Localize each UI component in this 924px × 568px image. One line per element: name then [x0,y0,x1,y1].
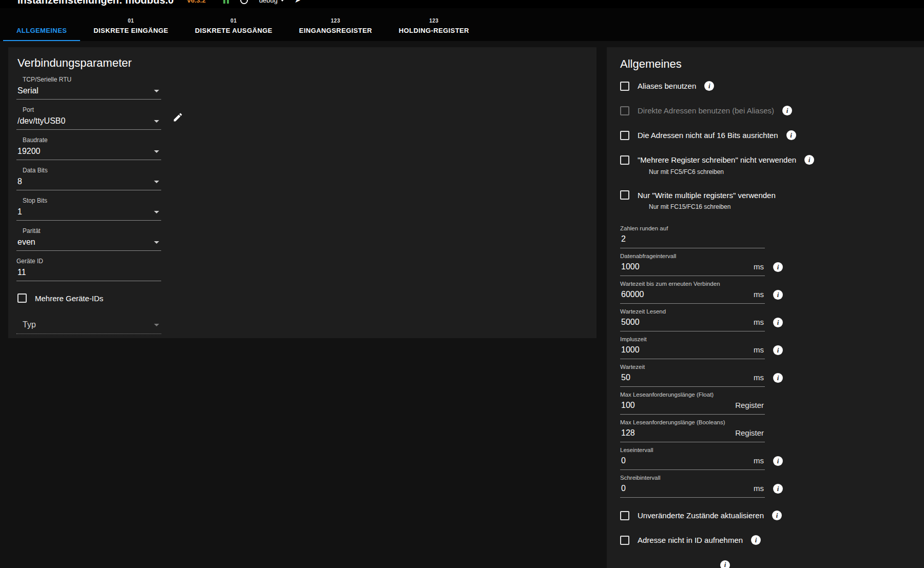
field-value: 2 [621,234,626,244]
field-value: 5000 [621,318,640,327]
checkbox [620,106,629,115]
field-label: Datenabfrageintervall [620,253,765,259]
checkbox-unveraenderte-zustaende[interactable]: Unveränderte Zustände aktualisieren i [620,511,924,520]
tab-label: DISKRETE AUSGÄNGE [195,27,273,34]
input-wartezeit-lesend[interactable]: Wartezeit Lesend 5000ms [620,308,765,331]
input-schreibintervall[interactable]: Schreibintervall 0ms [620,475,765,498]
expand-arrow-icon[interactable]: ➤ [295,0,301,4]
field-value: Typ [23,320,36,329]
checkbox-adresse-nicht-in-id[interactable]: Adresse nicht in ID aufnehmen i [620,535,924,545]
input-impluszeit[interactable]: Impluszeit 1000ms [620,336,765,359]
info-icon[interactable]: i [773,345,783,355]
checkbox-nur-write-multiple-registers[interactable]: Nur "Write multiple registers" verwenden [620,190,924,200]
field-value: Serial [17,86,38,95]
info-icon[interactable]: i [773,262,783,272]
input-geraete-id[interactable]: Geräte ID 11 [16,258,161,281]
tab-eingangsregister[interactable]: 123 EINGANGSREGISTER [286,8,386,41]
window-titlebar: Instanzeinstellungen: modbus.0 v6.3.2 de… [0,0,924,8]
field-label: Wartezeit Lesend [620,308,765,315]
input-max-leseanforderung-booleans[interactable]: Max Leseanforderungslänge (Booleans) 128… [620,419,765,442]
field-value: 0 [621,484,626,493]
field-label: Port [23,106,161,113]
info-icon[interactable]: i [773,290,783,300]
checkbox-mehrere-geraete-ids[interactable]: Mehrere Geräte-IDs [17,293,596,303]
tab-badge: 123 [331,18,340,25]
checkbox[interactable] [620,155,629,165]
tab-badge: 01 [128,18,134,25]
field-value: 19200 [17,147,41,156]
checkbox[interactable] [17,293,27,303]
edit-pencil-icon[interactable] [172,112,183,125]
info-icon[interactable]: i [773,318,783,327]
field-label: Zahlen runden auf [620,225,765,231]
info-icon[interactable]: i [804,155,814,165]
tab-label: HOLDING-REGISTER [399,27,469,34]
info-icon[interactable]: i [720,560,730,568]
checkbox-label: Unveränderte Zustände aktualisieren [638,511,764,520]
dropdown-arrow-icon [154,324,159,326]
checkbox[interactable] [620,511,629,520]
checkbox-direkte-adressen: Direkte Adressen benutzen (bei Aliases) … [620,106,924,115]
info-icon[interactable]: i [772,511,782,520]
input-leseintervall[interactable]: Leseintervall 0ms [620,447,765,470]
info-icon[interactable]: i [786,130,796,140]
select-paritaet[interactable]: Parität even [16,227,161,251]
field-value: 8 [17,177,22,186]
field-label: Parität [23,227,161,234]
info-icon[interactable]: i [773,373,783,383]
field-suffix: Register [735,428,764,437]
field-value: 60000 [621,290,644,299]
field-suffix: ms [754,262,764,271]
field-label: Wartezeit bis zum erneuten Verbinden [620,281,765,287]
tab-label: DISKRETE EINGÄNGE [93,27,168,34]
info-icon[interactable]: i [704,81,714,91]
field-value: 128 [621,428,635,438]
field-value: 1 [17,207,22,217]
input-wartezeit[interactable]: Wartezeit 50ms [620,364,765,387]
checkbox-adressen-nicht-16bit[interactable]: Die Adressen nicht auf 16 Bits ausrichte… [620,130,924,140]
checkbox[interactable] [620,190,629,200]
info-icon[interactable]: i [773,456,783,466]
checkbox-mehrere-register-nicht-verwenden[interactable]: "Mehrere Register schreiben" nicht verwe… [620,155,924,165]
field-label: Leseintervall [620,447,765,453]
field-suffix: ms [754,484,764,493]
checkbox-label: Adresse nicht in ID aufnehmen [638,536,743,544]
select-tcp-serial[interactable]: TCP/Serielle RTU Serial [16,76,161,100]
tab-label: ALLGEMEINES [16,27,67,34]
info-icon[interactable]: i [751,535,761,545]
schedule-icon[interactable] [240,0,248,4]
dropdown-arrow-icon [154,150,159,153]
tab-holding-register[interactable]: 123 HOLDING-REGISTER [386,8,483,41]
tab-diskrete-eingaenge[interactable]: 01 DISKRETE EINGÄNGE [80,8,181,41]
field-label: Baudrate [23,136,161,144]
checkbox[interactable] [620,82,629,91]
select-data-bits[interactable]: Data Bits 8 [16,167,161,190]
dropdown-arrow-icon [154,90,159,92]
field-value: 11 [17,268,26,277]
dropdown-arrow-icon [154,120,159,123]
field-label: Impluszeit [620,336,765,342]
checkbox-label: Direkte Adressen benutzen (bei Aliases) [638,106,774,115]
input-wartezeit-erneut-verbinden[interactable]: Wartezeit bis zum erneuten Verbinden 600… [620,281,765,304]
field-label: Max Leseanforderungslänge (Booleans) [620,419,765,425]
tab-diskrete-ausgaenge[interactable]: 01 DISKRETE AUSGÄNGE [182,8,286,41]
log-level-select[interactable]: debug [259,0,278,4]
info-icon[interactable]: i [773,484,783,494]
checkbox[interactable] [620,536,629,545]
field-suffix: ms [754,456,764,465]
checkbox[interactable] [620,131,629,140]
field-value: 100 [621,401,635,410]
select-stop-bits[interactable]: Stop Bits 1 [16,197,161,221]
checkbox-aliases-benutzen[interactable]: Aliases benutzen i [620,81,924,91]
pause-icon[interactable] [223,0,229,4]
input-max-leseanforderung-float[interactable]: Max Leseanforderungslänge (Float) 100Reg… [620,391,765,415]
field-suffix: ms [754,345,764,354]
field-label: Data Bits [23,167,161,174]
info-icon[interactable]: i [782,106,792,115]
tab-allgemeines[interactable]: ALLGEMEINES [3,8,80,41]
input-datenabfrageintervall[interactable]: Datenabfrageintervall 1000ms [620,253,765,276]
select-port[interactable]: Port /dev/ttyUSB0 [16,106,161,130]
select-baudrate[interactable]: Baudrate 19200 [16,136,161,160]
dropdown-arrow-icon [154,241,159,244]
input-zahlen-runden-auf[interactable]: Zahlen runden auf 2 [620,225,765,248]
